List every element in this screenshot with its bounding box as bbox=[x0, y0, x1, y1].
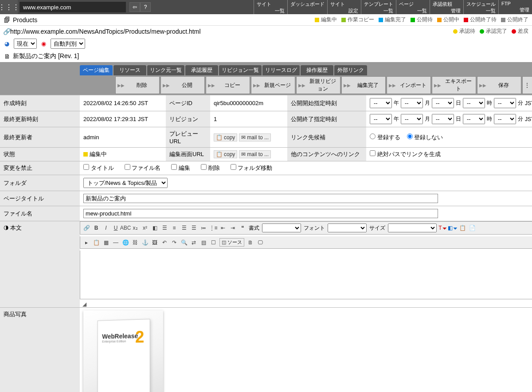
bold-icon[interactable]: B bbox=[93, 224, 100, 231]
format-select[interactable] bbox=[262, 223, 301, 232]
redo-icon[interactable]: ↷ bbox=[171, 239, 178, 246]
folder-select[interactable]: トップ/News & Topics/製品 bbox=[83, 178, 168, 188]
toolbar-エキスポート[interactable]: ▶▶エキスポート bbox=[432, 76, 476, 94]
grid-icon[interactable]: ▤ bbox=[200, 239, 207, 246]
tab-4[interactable]: リビジョン一覧 bbox=[219, 65, 262, 75]
register-off-radio[interactable]: 登録しない bbox=[407, 133, 443, 141]
indent-icon[interactable]: ⇥ bbox=[229, 224, 236, 231]
size-select[interactable] bbox=[388, 223, 437, 232]
sub-icon[interactable]: x₂ bbox=[132, 224, 139, 231]
paste-icon[interactable]: 📋 bbox=[459, 224, 466, 231]
abspath-checkbox[interactable]: 絶対パスでリンクを生成 bbox=[370, 150, 441, 158]
table-icon[interactable]: ▦ bbox=[102, 239, 110, 246]
tab-5[interactable]: リリースログ bbox=[262, 65, 300, 75]
strike-icon[interactable]: ABC bbox=[122, 224, 129, 231]
collapse-icon[interactable]: ◑ bbox=[4, 224, 8, 231]
prodimg-cell: 2 WebRelease Enterprise Edition ✎ ⬇ 🗑 pa… bbox=[80, 308, 532, 392]
hour-select[interactable]: -- bbox=[463, 98, 485, 108]
bgcolor-icon[interactable]: ◧🞃 bbox=[449, 224, 456, 231]
underline-icon[interactable]: U bbox=[112, 224, 119, 231]
back-icon[interactable]: ⇦ bbox=[129, 2, 140, 12]
textcolor-icon[interactable]: T🞃 bbox=[439, 224, 446, 231]
register-on-radio[interactable]: 登録する bbox=[370, 133, 400, 141]
help-icon[interactable]: ? bbox=[140, 2, 151, 12]
ul-icon[interactable]: ⋮≡ bbox=[210, 224, 217, 231]
justify-icon[interactable]: ☰ bbox=[190, 224, 197, 231]
topnav-item[interactable]: ページ一覧 bbox=[396, 0, 430, 14]
align-left-icon[interactable]: ☰ bbox=[161, 224, 168, 231]
toolbar-インポート[interactable]: ▶▶インポート bbox=[387, 76, 431, 94]
outdent-icon[interactable]: ⇤ bbox=[219, 224, 227, 231]
time-select[interactable]: 現在 bbox=[14, 39, 37, 49]
lock-title-cb[interactable]: タイトル bbox=[83, 164, 114, 172]
sup-icon[interactable]: x² bbox=[141, 224, 149, 231]
topnav-item[interactable]: 承認依頼管理 bbox=[430, 0, 463, 14]
lock-delete-cb[interactable]: 削除 bbox=[201, 164, 220, 172]
toolbar-コピー[interactable]: ▶▶コピー bbox=[206, 76, 250, 94]
monitor-icon[interactable]: 🖵 bbox=[257, 239, 264, 246]
toolbar-more[interactable]: ⋮ bbox=[522, 76, 532, 94]
toolbar-保存[interactable]: ▶▶保存 bbox=[477, 76, 521, 94]
editor-resize-grip[interactable]: ◢ bbox=[80, 301, 532, 307]
toolbar-公開[interactable]: ▶▶公開 bbox=[160, 76, 205, 94]
form-icon[interactable]: ☐ bbox=[210, 239, 217, 246]
toolbar-新規ページ[interactable]: ▶▶新規ページ bbox=[251, 76, 295, 94]
preview-icon[interactable]: 🗎 bbox=[247, 239, 254, 246]
hour-select2[interactable]: -- bbox=[463, 114, 485, 124]
copy-button2[interactable]: 📋 copy bbox=[214, 150, 237, 158]
pagetitle-input[interactable] bbox=[83, 194, 438, 203]
min-select[interactable]: -- bbox=[494, 98, 516, 108]
toolbar-編集完了[interactable]: ▶▶編集完了 bbox=[341, 76, 386, 94]
mailto-button2[interactable]: ✉ mail to ... bbox=[239, 150, 271, 158]
topnav-item[interactable]: サイト設定 bbox=[327, 0, 361, 14]
italic-icon[interactable]: I bbox=[102, 224, 110, 231]
link-icon[interactable]: 🔗 bbox=[83, 224, 90, 231]
copy-button[interactable]: 📋 copy bbox=[214, 133, 237, 141]
day-select[interactable]: -- bbox=[432, 98, 454, 108]
topnav-item[interactable]: FTP管理 bbox=[498, 0, 532, 14]
hr-icon[interactable]: — bbox=[112, 239, 119, 246]
paste2-icon[interactable]: 📋 bbox=[93, 239, 100, 246]
lock-edit-cb[interactable]: 編集 bbox=[171, 164, 190, 172]
year-select[interactable]: -- bbox=[370, 98, 392, 108]
unlink-icon[interactable]: ⛓ bbox=[132, 239, 139, 246]
lock-move-cb[interactable]: フォルダ移動 bbox=[231, 164, 273, 172]
toolbar-削除[interactable]: ▶▶削除 bbox=[115, 76, 160, 94]
tab-7[interactable]: 外部リンク bbox=[334, 65, 367, 75]
undo-icon[interactable]: ↶ bbox=[161, 239, 168, 246]
tab-6[interactable]: 操作履歴 bbox=[301, 65, 333, 75]
find-icon[interactable]: 🔍 bbox=[180, 239, 188, 246]
ol-icon[interactable]: ≔ bbox=[200, 224, 207, 231]
quote-icon[interactable]: ❝ bbox=[239, 224, 246, 231]
month-select[interactable]: -- bbox=[401, 98, 423, 108]
topnav-item[interactable]: サイト一覧 bbox=[254, 0, 287, 14]
topnav-item[interactable]: テンプレート一覧 bbox=[361, 0, 396, 14]
cube-icon[interactable]: ◧ bbox=[151, 224, 158, 231]
replace-icon[interactable]: ⇄ bbox=[190, 239, 197, 246]
anchor-icon[interactable]: ⚓ bbox=[141, 239, 149, 246]
source-btn[interactable]: ◫ ソース bbox=[219, 238, 244, 247]
expand-icon[interactable]: ▸ bbox=[83, 239, 90, 246]
editor-textarea[interactable] bbox=[80, 251, 532, 299]
tab-1[interactable]: リソース bbox=[113, 65, 146, 75]
day-select2[interactable]: -- bbox=[432, 114, 454, 124]
font-select[interactable] bbox=[328, 223, 367, 232]
lock-filename-cb[interactable]: ファイル名 bbox=[125, 164, 161, 172]
align-right-icon[interactable]: ☰ bbox=[180, 224, 188, 231]
month-select2[interactable]: -- bbox=[401, 114, 423, 124]
min-select2[interactable]: -- bbox=[494, 114, 516, 124]
clipboard-icon[interactable]: 📄 bbox=[469, 224, 476, 231]
topnav-item[interactable]: ダッシュボード bbox=[287, 0, 327, 14]
tab-2[interactable]: リンク元一覧 bbox=[147, 65, 184, 75]
topnav-item[interactable]: スケジュール一覧 bbox=[463, 0, 498, 14]
mode-select[interactable]: 自動判別 bbox=[51, 39, 85, 49]
globe-icon[interactable]: 🌐 bbox=[122, 239, 129, 246]
mailto-button[interactable]: ✉ mail to ... bbox=[239, 133, 271, 141]
align-center-icon[interactable]: ≡ bbox=[171, 224, 178, 231]
filename-input[interactable] bbox=[83, 209, 438, 218]
toolbar-新規リビジョン[interactable]: ▶▶新規リビジョン bbox=[296, 76, 340, 94]
image-icon[interactable]: 🖼 bbox=[151, 239, 158, 246]
year-select2[interactable]: -- bbox=[370, 114, 392, 124]
tab-3[interactable]: 承認履歴 bbox=[185, 65, 218, 75]
tab-0[interactable]: ページ編集 bbox=[80, 65, 113, 75]
